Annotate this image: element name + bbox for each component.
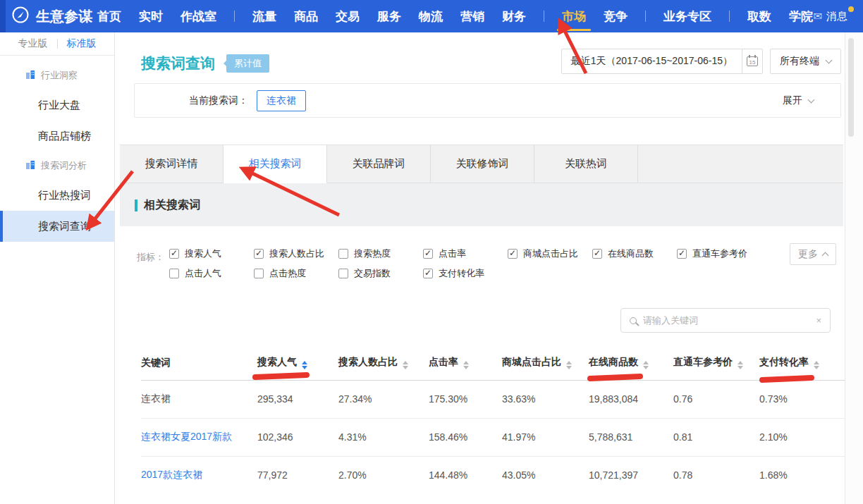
tab-modifier-words[interactable]: 关联修饰词 [431, 145, 534, 183]
calendar-button[interactable]: 15 [742, 49, 762, 73]
current-search-card: 当前搜索词： 连衣裙 展开 [134, 83, 841, 118]
page-head: 搜索词查询 累计值 [141, 54, 269, 73]
sidebar-menu: 行业洞察 行业大盘 商品店铺榜 搜索词分析 行业热搜词 搜索词查询 [0, 56, 114, 242]
filter-row-1: 搜索人气 搜索人数占比 搜索热度 点击率 商城点击占比 在线商品数 直通车参考价 [169, 247, 761, 260]
sidebar-tab-standard[interactable]: 标准版 [67, 37, 97, 50]
col-online-products[interactable]: 在线商品数 [589, 346, 673, 380]
sidebar-group-search-word-analysis[interactable]: 搜索词分析 [0, 152, 114, 180]
table-row: 连衣裙女夏2017新款 102,346 4.31% 158.46% 41.97%… [141, 418, 846, 456]
keyword-search-box: × [620, 308, 831, 333]
filter-search-popularity[interactable]: 搜索人气 [169, 247, 254, 260]
checkbox[interactable] [508, 249, 518, 259]
keyword-link[interactable]: 连衣裙女夏2017新款 [141, 418, 257, 456]
checkbox[interactable] [169, 249, 179, 259]
terminal-label: 所有终端 [780, 55, 819, 68]
checkbox[interactable] [254, 269, 264, 278]
col-ztc-ref-price[interactable]: 直通车参考价 [673, 346, 759, 380]
table-row: 2017款连衣裙 77,972 2.70% 144.48% 43.05% 10,… [141, 456, 846, 494]
filter-ztc-ref-price[interactable]: 直通车参考价 [677, 247, 761, 260]
col-keyword: 关键词 [141, 346, 257, 380]
nav-traffic[interactable]: 流量 [252, 0, 276, 32]
section-accent-bar [135, 199, 137, 211]
date-range-picker[interactable]: 最近1天（2017-06-15~2017-06-15） 15 [561, 49, 763, 74]
nav-divider [544, 11, 544, 22]
messages-button[interactable]: ✉ 消息 [813, 0, 847, 32]
sidebar-item-industry-hot-words[interactable]: 行业热搜词 [0, 180, 114, 211]
col-search-user-ratio[interactable]: 搜索人数占比 [338, 346, 429, 380]
sort-icon [814, 361, 819, 369]
nav-product[interactable]: 商品 [294, 0, 318, 32]
checkbox[interactable] [592, 249, 602, 259]
checkbox[interactable] [169, 269, 179, 278]
filter-trade-index[interactable]: 交易指数 [338, 267, 423, 280]
search-icon [630, 317, 637, 324]
sidebar-group-industry-insight[interactable]: 行业洞察 [0, 61, 114, 90]
brand-name: 生意参谋 [36, 7, 92, 26]
section-title: 相关搜索词 [144, 198, 200, 213]
sidebar-item-product-shop-rank[interactable]: 商品店铺榜 [0, 121, 114, 152]
nav-data-fetch[interactable]: 取数 [747, 0, 771, 32]
expand-toggle[interactable]: 展开 [783, 94, 814, 107]
building-icon [25, 160, 35, 172]
sidebar-item-search-word-query[interactable]: 搜索词查询 [0, 211, 114, 242]
search-input[interactable] [643, 315, 809, 326]
keyword-link[interactable]: 2017款连衣裙 [141, 456, 257, 494]
filter-online-products[interactable]: 在线商品数 [592, 247, 677, 260]
sidebar-tab-pro[interactable]: 专业版 [18, 37, 48, 50]
tab-search-word-detail[interactable]: 搜索词详情 [120, 145, 224, 183]
terminal-select[interactable]: 所有终端 [770, 49, 841, 74]
sidebar-group-label: 搜索词分析 [41, 159, 87, 172]
nav-service[interactable]: 服务 [377, 0, 401, 32]
checkbox[interactable] [254, 249, 264, 259]
clear-icon[interactable]: × [816, 315, 821, 326]
filter-click-rate[interactable]: 点击率 [423, 247, 508, 260]
more-button[interactable]: 更多 [790, 243, 836, 265]
filter-pay-conversion[interactable]: 支付转化率 [423, 267, 508, 280]
filter-mall-click-ratio[interactable]: 商城点击占比 [508, 247, 592, 260]
filter-click-heat[interactable]: 点击热度 [254, 267, 338, 280]
nav-logistics[interactable]: 物流 [419, 0, 443, 32]
checkbox[interactable] [338, 269, 348, 278]
tab-hot-words[interactable]: 关联热词 [534, 145, 638, 183]
sort-icon [643, 361, 649, 369]
filter-row-2: 点击人气 点击热度 交易指数 支付转化率 [169, 267, 508, 280]
top-navbar: 生意参谋 首页 实时 作战室 流量 商品 交易 服务 物流 营销 财务 市场 竞… [0, 0, 863, 32]
sidebar-item-industry-overview[interactable]: 行业大盘 [0, 90, 114, 121]
scrollbar-thumb[interactable] [848, 38, 854, 137]
nav-marketing[interactable]: 营销 [460, 0, 484, 32]
current-keyword-chip[interactable]: 连衣裙 [257, 90, 306, 111]
chevron-up-icon [822, 252, 829, 259]
related-words-table: 关键词 搜索人气 搜索人数占比 点击率 商城点击占比 在线商品数 直通车参考价 … [141, 346, 846, 494]
col-mall-click-ratio[interactable]: 商城点击占比 [502, 346, 589, 380]
notification-dot [848, 6, 854, 12]
checkbox[interactable] [677, 249, 687, 259]
nav-market[interactable]: 市场 [562, 0, 586, 32]
filter-search-user-ratio[interactable]: 搜索人数占比 [254, 247, 338, 260]
col-pay-conversion[interactable]: 支付转化率 [759, 346, 846, 380]
col-click-rate[interactable]: 点击率 [429, 346, 502, 380]
compass-logo-icon [11, 6, 30, 27]
app-logo[interactable]: 生意参谋 [11, 0, 92, 32]
filter-search-heat[interactable]: 搜索热度 [338, 247, 423, 260]
nav-trade[interactable]: 交易 [336, 0, 360, 32]
nav-divider [729, 11, 730, 22]
nav-realtime[interactable]: 实时 [139, 0, 163, 32]
sort-icon [302, 361, 307, 369]
nav-home[interactable]: 首页 [97, 0, 121, 32]
checkbox[interactable] [423, 249, 433, 259]
nav-competition[interactable]: 竞争 [604, 0, 628, 32]
nav-finance[interactable]: 财务 [502, 0, 526, 32]
filter-click-popularity[interactable]: 点击人气 [169, 267, 254, 280]
col-search-popularity[interactable]: 搜索人气 [257, 346, 338, 380]
nav-war-room[interactable]: 作战室 [180, 0, 216, 32]
nav-academy[interactable]: 学院 [789, 0, 813, 32]
version-tabs: 专业版 标准版 [0, 32, 114, 56]
navbar-left-edge [0, 0, 6, 32]
tab-brand-words[interactable]: 关联品牌词 [327, 145, 431, 183]
table-header-row: 关键词 搜索人气 搜索人数占比 点击率 商城点击占比 在线商品数 直通车参考价 … [141, 346, 846, 380]
checkbox[interactable] [338, 249, 348, 259]
scrollbar-track[interactable] [845, 32, 863, 504]
nav-business-zone[interactable]: 业务专区 [663, 0, 711, 32]
tab-related-search-words[interactable]: 相关搜索词 [224, 145, 327, 183]
checkbox[interactable] [423, 269, 433, 278]
